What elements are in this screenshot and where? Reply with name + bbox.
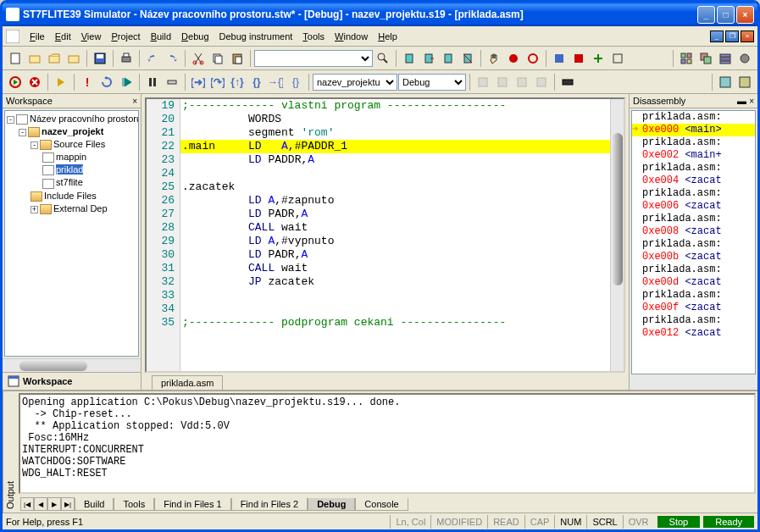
output-text[interactable]: Opening application C:\Pokus\Debug\nazev…	[19, 393, 756, 494]
view-registers-button[interactable]	[735, 73, 754, 91]
close-button[interactable]: ×	[736, 6, 754, 24]
breakpoint-button[interactable]	[504, 49, 523, 68]
rebuild-button[interactable]	[513, 73, 531, 91]
disassembly-hscroll[interactable]	[630, 376, 757, 390]
output-tab-console[interactable]: Console	[355, 498, 408, 511]
open-button[interactable]	[45, 49, 64, 68]
output-tab-prev[interactable]: ◀	[34, 497, 47, 511]
bookmark-next-button[interactable]	[419, 49, 438, 68]
mdi-minimize-button[interactable]: _	[710, 30, 724, 42]
output-tab-last[interactable]: ▶|	[61, 497, 75, 511]
maximize-button[interactable]: □	[717, 6, 735, 24]
target-button[interactable]	[558, 73, 577, 91]
watchpoint-button[interactable]	[524, 49, 542, 68]
output-tab-first[interactable]: |◀	[20, 497, 34, 511]
tool-button-1[interactable]	[550, 49, 569, 68]
tool-button-4[interactable]	[608, 49, 627, 68]
tool-button-2[interactable]	[569, 49, 588, 68]
new-file-button[interactable]	[6, 49, 25, 68]
settings-button[interactable]	[735, 49, 754, 68]
status-stop-button[interactable]: Stop	[657, 516, 701, 528]
menu-view[interactable]: View	[76, 30, 107, 43]
find-combo[interactable]	[254, 50, 373, 67]
tree-source-files[interactable]: -Source Files	[7, 138, 136, 151]
menu-debug-instrument[interactable]: Debug instrument	[214, 30, 298, 43]
tree-file[interactable]: mappin	[7, 151, 136, 163]
step-into-button[interactable]: {➜}	[189, 73, 208, 91]
code-area[interactable]: ;------------- vlastni program ---------…	[180, 99, 610, 371]
output-tab-tools[interactable]: Tools	[114, 498, 154, 511]
tool-button-3[interactable]	[589, 49, 607, 68]
menu-help[interactable]: Help	[373, 30, 402, 43]
menu-file[interactable]: File	[25, 30, 50, 43]
config-combo[interactable]: Debug	[398, 74, 466, 91]
tree-include-files[interactable]: Include Files	[7, 190, 136, 202]
status-ready-button[interactable]: Ready	[703, 516, 754, 528]
run-button[interactable]	[52, 73, 70, 91]
restart-button[interactable]	[97, 73, 116, 91]
build-button[interactable]	[493, 73, 512, 91]
menu-project[interactable]: Project	[106, 30, 145, 43]
set-pc-button[interactable]: {}	[286, 73, 305, 91]
menu-debug[interactable]: Debug	[176, 30, 214, 43]
view-memory-button[interactable]	[716, 73, 735, 91]
copy-button[interactable]	[208, 49, 227, 68]
editor-vscroll[interactable]	[610, 99, 624, 371]
hand-button[interactable]	[485, 49, 503, 68]
menu-tools[interactable]: Tools	[297, 30, 330, 43]
menu-edit[interactable]: Edit	[50, 30, 76, 43]
exclaim-button[interactable]: !	[78, 73, 97, 91]
bookmark-toggle-button[interactable]	[400, 49, 419, 68]
paste-button[interactable]	[228, 49, 247, 68]
pause-button[interactable]	[143, 73, 162, 91]
debug-stop-button[interactable]	[25, 73, 44, 91]
output-tab-next[interactable]: ▶	[47, 497, 61, 511]
window-list-button[interactable]	[716, 49, 735, 68]
tree-file[interactable]: st7flite	[7, 176, 136, 189]
minimize-button[interactable]: _	[697, 6, 715, 24]
compile-button[interactable]	[474, 73, 492, 91]
window-tile-button[interactable]	[677, 49, 696, 68]
run-to-cursor-button[interactable]: →{}	[267, 73, 286, 91]
menu-window[interactable]: Window	[330, 30, 373, 43]
output-tab-find-in-files-1[interactable]: Find in Files 1	[154, 498, 230, 511]
disassembly-pin-button[interactable]: ▬	[737, 96, 746, 106]
bookmark-clear-button[interactable]	[458, 49, 477, 68]
open-project-button[interactable]	[64, 49, 83, 68]
workspace-close-button[interactable]: ×	[132, 97, 137, 106]
step-over-button[interactable]: {↷}	[208, 73, 227, 91]
output-tab-debug[interactable]: Debug	[308, 498, 355, 511]
disassembly-list[interactable]: priklada.asm:➜0xe000 <main>priklada.asm:…	[631, 110, 756, 374]
cut-button[interactable]	[189, 49, 208, 68]
titlebar[interactable]: ST7FLITE39 Simulator - Název pracovního …	[3, 3, 757, 26]
tree-project[interactable]: -nazev_projekt	[7, 125, 136, 138]
editor-file-tab[interactable]: priklada.asm	[152, 375, 223, 390]
workspace-tab[interactable]: Workspace	[3, 372, 141, 390]
tree-root[interactable]: -Název pracovního prostoru	[7, 113, 136, 125]
step-instruction-button[interactable]: {}	[247, 73, 266, 91]
debug-start-button[interactable]	[6, 73, 25, 91]
stop-build-button[interactable]	[532, 73, 551, 91]
step-button[interactable]	[163, 73, 181, 91]
continue-button[interactable]	[117, 73, 136, 91]
output-tab-find-in-files-2[interactable]: Find in Files 2	[231, 498, 308, 511]
workspace-tree[interactable]: -Název pracovního prostoru -nazev_projek…	[4, 110, 139, 357]
output-tab-build[interactable]: Build	[75, 498, 114, 511]
mdi-close-button[interactable]: ×	[741, 30, 754, 42]
window-cascade-button[interactable]	[696, 49, 715, 68]
find-button[interactable]	[374, 49, 392, 68]
undo-button[interactable]	[143, 49, 162, 68]
tree-file[interactable]: priklad	[7, 163, 136, 176]
project-combo[interactable]: nazev_projektu	[313, 74, 397, 91]
mdi-restore-button[interactable]: ❐	[725, 30, 739, 42]
redo-button[interactable]	[163, 49, 181, 68]
disassembly-close-button[interactable]: ×	[749, 97, 754, 106]
print-button[interactable]	[117, 49, 136, 68]
tree-external-deps[interactable]: +External Dep	[7, 202, 136, 215]
new-folder-button[interactable]	[25, 49, 44, 68]
workspace-hscroll[interactable]	[3, 358, 141, 372]
step-out-button[interactable]: {↑}	[228, 73, 247, 91]
bookmark-prev-button[interactable]	[439, 49, 458, 68]
menu-build[interactable]: Build	[146, 30, 176, 43]
save-button[interactable]	[91, 49, 109, 68]
